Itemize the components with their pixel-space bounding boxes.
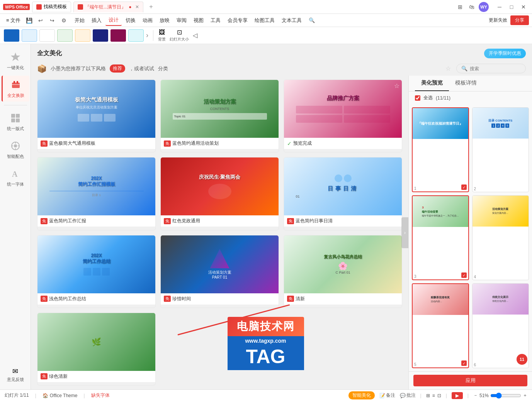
menu-search-icon[interactable]: 🔍 [306, 16, 318, 25]
redo-icon[interactable]: ↪ [48, 16, 57, 25]
slide-thumb-5[interactable]: 粽飘香竞猜有奖 活动内容... 5 ✓ [412, 283, 469, 368]
play-button[interactable]: ▶ [452, 392, 463, 399]
missing-font[interactable]: 缺失字体 [91, 392, 110, 399]
slide-thumb-2[interactable]: 目录 CONTENTS 1 2 4 5 2 [472, 107, 529, 192]
zoom-in-button[interactable]: ＋ [523, 392, 527, 399]
apply-button[interactable]: 应用 [413, 375, 527, 386]
menu-slideshow[interactable]: 放映 [156, 15, 173, 25]
recommend-button[interactable]: 推荐 [110, 64, 125, 73]
template-label-1: 免 蓝色简约通用活动策划 [161, 138, 279, 149]
save-icon[interactable]: 💾 [24, 16, 34, 25]
card-star-2[interactable]: ☆ [394, 82, 399, 90]
template-card-9[interactable]: 🌿 免 绿色清新 [37, 313, 156, 386]
toolbar-bg-btn[interactable]: 🖼 背景 [158, 29, 166, 42]
tab-document[interactable]: 『端午狂...满节日』 ● ✕ [73, 2, 143, 12]
tab-detail[interactable]: 模板详情 [449, 76, 483, 91]
select-all-checkbox[interactable] [415, 95, 420, 101]
slide-thumb-3[interactable]: 3 端午活动背景 端午节是中华民族之一，为了纪念... 3 ✓ [412, 195, 469, 280]
store-icon[interactable]: 🛍 [467, 2, 476, 12]
layout-icon[interactable]: ⊞ [456, 2, 465, 12]
undo-icon[interactable]: ↩ [36, 16, 45, 25]
view-normal-icon[interactable]: ⊞ [426, 393, 430, 398]
menu-transition[interactable]: 切换 [122, 15, 139, 25]
menu-home[interactable]: 开始 [71, 15, 88, 25]
panel-arrow-right[interactable]: › [401, 217, 408, 248]
toolbar-slide-theme5[interactable] [75, 29, 90, 42]
search-icon: 🔍 [461, 66, 467, 71]
toolbar-slide-theme6[interactable] [93, 29, 108, 42]
tab-templates[interactable]: 找稿壳模板 [32, 2, 71, 12]
promotion-button[interactable]: 开学季限时优惠 [484, 49, 526, 58]
beautify-button[interactable]: 智能美化 [348, 391, 375, 399]
toolbar-hide-icon[interactable]: ◁ [193, 32, 197, 39]
share-button[interactable]: 分享 [510, 15, 529, 25]
template-card-2[interactable]: 品牌推广方案 ☆ ✓ 预览完成 [284, 80, 402, 152]
sidebar-item-layout[interactable]: 统一版式 [2, 109, 29, 135]
toolbar-slide-theme3[interactable] [39, 29, 55, 42]
slide-thumb-4[interactable]: 活动策划方案 策划方案内容... 4 [472, 195, 529, 280]
toolbar-slide-theme8[interactable] [128, 29, 144, 42]
toolbar-slide-theme7[interactable] [110, 29, 126, 42]
add-tab-button[interactable]: ＋ [146, 2, 156, 12]
view-notes-icon[interactable]: ⊡ [437, 393, 441, 398]
menu-tools[interactable]: 工具 [207, 15, 224, 25]
toolbar-slide-theme4[interactable] [57, 29, 73, 42]
template-card-4[interactable]: 庆祝民生·聚焦两会 免 红色党政通用 [160, 157, 279, 230]
tab-preview[interactable]: 美化预览 [415, 76, 449, 91]
template-card-3[interactable]: 202X简约工作汇报模板 目录 1 免 蓝色简约工作汇报 [37, 157, 156, 230]
badge-check-2: ✓ [287, 140, 292, 147]
zoom-slider[interactable] [490, 393, 521, 399]
classify-link[interactable]: 分类 [158, 65, 168, 72]
menu-draw-tools[interactable]: 绘图工具 [252, 15, 278, 25]
menu-review[interactable]: 审阅 [173, 15, 190, 25]
format-icon[interactable]: ⚙ [59, 16, 68, 25]
template-card-1[interactable]: 活动策划方案 CONTENTS Topic 01 免 蓝色简约通用活动策划 [160, 80, 279, 152]
feedback-button[interactable]: ✉ 意见反馈 [4, 364, 27, 386]
close-button[interactable]: ✕ [518, 2, 529, 12]
badge-free-0: 免 [41, 140, 48, 147]
template-label-2: ✓ 预览完成 [284, 138, 402, 149]
menu-insert[interactable]: 插入 [88, 15, 105, 25]
toolbar-size-btn[interactable]: ⊡ 幻灯片大小 [170, 29, 189, 42]
menu-file[interactable]: ≡ 文件 [3, 15, 24, 25]
toolbar-slide-theme1[interactable] [4, 29, 19, 42]
notes-button[interactable]: 📝 备注 [379, 392, 395, 399]
restore-button[interactable]: □ [506, 2, 517, 12]
search-input[interactable] [470, 66, 524, 71]
menu-text-tools[interactable]: 文本工具 [279, 15, 305, 25]
template-card-6[interactable]: 202X简约工作总结 免 浅色简约工作总结 [37, 235, 156, 308]
menu-member[interactable]: 会员专享 [224, 15, 251, 25]
sidebar-item-skin[interactable]: 全文换肤 [2, 76, 29, 102]
sidebar-item-font[interactable]: A 统一字体 [2, 164, 29, 190]
slide-img-3: 3 端午活动背景 端午节是中华民族之一，为了纪念... [413, 196, 468, 227]
comment-button[interactable]: 💬 批注 [400, 392, 416, 399]
template-card-0[interactable]: 极简大气通用模板 单位庆祝元旦活动策划方案 免 蓝色极简大气通用模板 [37, 80, 156, 152]
slide-thumb-1[interactable]: 『端午狂欢祝福浓情满节日』 1 ✓ [412, 107, 469, 192]
recommend-icon: 📦 [37, 64, 47, 73]
user-avatar[interactable]: WY [479, 2, 489, 12]
view-outline-icon[interactable]: ≡ [432, 393, 435, 398]
template-card-8[interactable]: 复古风小鸟花卉总结 🌸 C Part 01 免 清新 [284, 235, 402, 308]
minimize-button[interactable]: ─ [494, 2, 505, 12]
zoom-out-button[interactable]: － [473, 392, 478, 399]
template-card-7[interactable]: 活动策划方案PART 01 免 珍惜时间 [160, 235, 279, 308]
template-label-8: 免 清新 [284, 293, 402, 305]
float-count-badge[interactable]: 11 [517, 354, 527, 365]
preview-slides-grid: 『端午狂欢祝福浓情满节日』 1 ✓ 目录 CONTENTS 1 2 [409, 104, 532, 371]
update-button[interactable]: 更新失效 [489, 17, 507, 24]
sidebar-item-color[interactable]: 智能配色 [2, 137, 29, 162]
toolbar-more-icon[interactable]: › [146, 31, 148, 39]
template-label-3: 免 蓝色简约工作汇报 [37, 215, 155, 227]
menu-view[interactable]: 视图 [190, 15, 207, 25]
left-sidebar: 一键美化 全文换肤 统 [0, 44, 31, 389]
sidebar-item-onekey[interactable]: 一键美化 [2, 48, 29, 74]
star-button[interactable]: ☆ [445, 65, 451, 72]
tab-close-icon[interactable]: ✕ [135, 4, 139, 10]
toolbar-slide-theme2[interactable] [22, 29, 37, 42]
sidebar-divider [4, 105, 27, 105]
badge-free-3: 免 [41, 218, 48, 224]
menu-design[interactable]: 设计 [105, 15, 122, 26]
sidebar-label-layout: 统一版式 [7, 126, 24, 132]
menu-animation[interactable]: 动画 [139, 15, 156, 25]
template-card-5[interactable]: 日事日清 01 免 蓝色简约日事日清 [284, 157, 402, 230]
